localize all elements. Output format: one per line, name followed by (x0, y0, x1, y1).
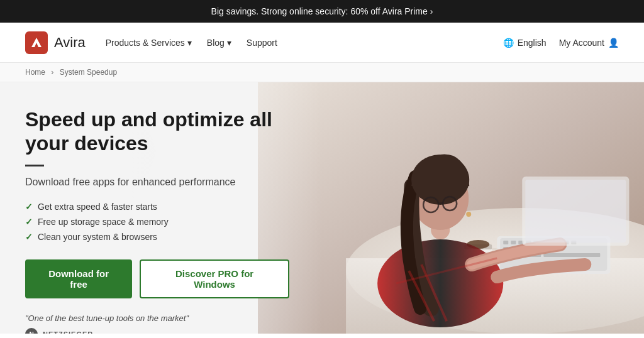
reviewer: N NETZSIEGER (25, 328, 289, 334)
avira-logo-svg (30, 36, 43, 50)
svg-line-31 (438, 203, 443, 204)
feature-text-3: Clean your system & browsers (38, 232, 157, 242)
language-selector[interactable]: 🌐 English (503, 38, 547, 48)
feature-text-1: Get extra speed & faster starts (38, 202, 157, 212)
logo-icon (25, 31, 48, 54)
check-icon-3: ✓ (25, 232, 33, 242)
promo-banner[interactable]: Big savings. Strong online security: 60%… (0, 0, 644, 23)
svg-rect-37 (525, 180, 626, 243)
check-icon-1: ✓ (25, 202, 33, 212)
breadcrumb-home[interactable]: Home (25, 68, 45, 77)
chevron-down-icon: ▾ (187, 38, 192, 48)
nav-products-label: Products & Services (106, 38, 185, 48)
globe-icon: 🌐 (503, 38, 514, 48)
nav-blog-label: Blog (207, 38, 225, 48)
language-label: English (518, 38, 547, 48)
logo-area[interactable]: Avira (25, 31, 86, 54)
hero-section: Speed up and optimize all your devices D… (0, 82, 644, 334)
breadcrumb-current: System Speedup (60, 68, 117, 77)
nav-support-label: Support (247, 38, 277, 48)
nav-blog[interactable]: Blog ▾ (207, 38, 231, 48)
nav-right: 🌐 English My Account 👤 (503, 38, 619, 48)
my-account-button[interactable]: My Account 👤 (559, 38, 619, 48)
svg-point-25 (377, 239, 503, 327)
chevron-down-icon-blog: ▾ (227, 38, 231, 48)
discover-pro-button[interactable]: Discover PRO for Windows (140, 259, 289, 298)
breadcrumb: Home › System Speedup (0, 63, 644, 82)
feature-item-2: ✓ Free up storage space & memory (25, 217, 289, 227)
review-quote: "One of the best tune-up tools on the ma… (25, 313, 289, 323)
svg-point-32 (466, 212, 471, 217)
nav-support[interactable]: Support (247, 38, 277, 48)
main-nav: Avira Products & Services ▾ Blog ▾ Suppo… (0, 23, 644, 63)
feature-item-1: ✓ Get extra speed & faster starts (25, 202, 289, 212)
feature-list: ✓ Get extra speed & faster starts ✓ Free… (25, 202, 289, 242)
check-icon-2: ✓ (25, 217, 33, 227)
svg-rect-5 (503, 241, 508, 244)
logo-name: Avira (54, 35, 86, 51)
hero-title: Speed up and optimize all your devices (25, 107, 289, 156)
download-free-button[interactable]: Download for free (25, 259, 132, 298)
svg-rect-20 (543, 253, 600, 257)
hero-divider (25, 165, 44, 166)
review-section: "One of the best tune-up tools on the ma… (25, 313, 289, 334)
reviewer-logo: N (25, 328, 38, 334)
nav-links: Products & Services ▾ Blog ▾ Support (106, 38, 503, 48)
feature-item-3: ✓ Clean your system & browsers (25, 232, 289, 242)
breadcrumb-separator: › (51, 68, 53, 77)
user-icon: 👤 (608, 38, 619, 48)
cta-buttons: Download for free Discover PRO for Windo… (25, 259, 289, 298)
reviewer-name: NETZSIEGER (43, 330, 93, 334)
banner-chevron: › (430, 6, 433, 16)
banner-text: Big savings. Strong online security: 60%… (211, 6, 428, 16)
svg-rect-6 (511, 241, 516, 244)
hero-subtitle: Download free apps for enhanced performa… (25, 175, 289, 189)
nav-products-services[interactable]: Products & Services ▾ (106, 38, 192, 48)
feature-text-2: Free up storage space & memory (38, 217, 169, 227)
hero-content: Speed up and optimize all your devices D… (0, 82, 314, 334)
account-label: My Account (559, 38, 604, 48)
